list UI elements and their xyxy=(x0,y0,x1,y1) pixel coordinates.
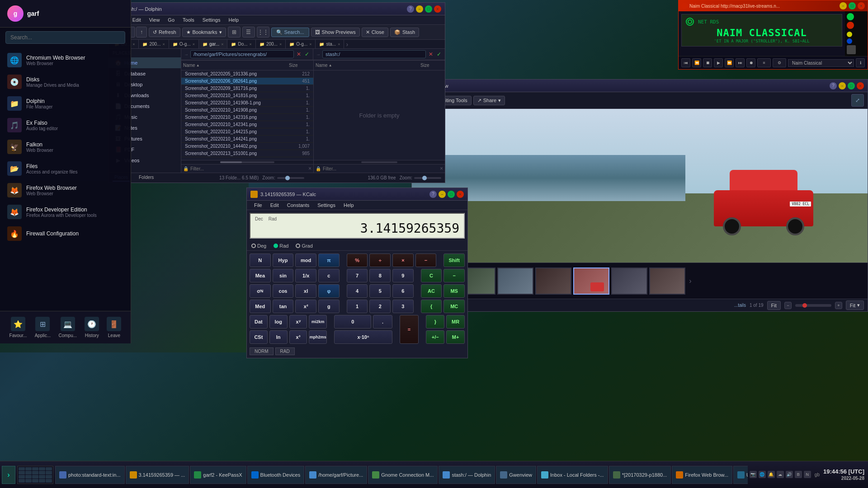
name-column-header-right[interactable]: Name ▲ xyxy=(316,63,420,68)
taskbar-item[interactable]: garf2 - KeePassX xyxy=(190,466,246,484)
btn-8[interactable]: 8 xyxy=(369,269,391,282)
stash-button[interactable]: 📦 Stash xyxy=(390,28,419,37)
table-row[interactable]: Screenshot_20220210_144402.png 1,007 xyxy=(181,143,313,150)
tabs-scroll-right[interactable]: › xyxy=(344,41,350,48)
calc-constants-menu[interactable]: Constants xyxy=(283,202,313,209)
btn-cos[interactable]: cos xyxy=(273,284,294,298)
size-column-header[interactable]: Size xyxy=(289,63,311,68)
tab-og1[interactable]: 📁 O-g... × xyxy=(169,40,199,48)
list-item[interactable]: 🦊 Firefox Developer Edition Firefox Auro… xyxy=(0,201,131,223)
thumbnail[interactable] xyxy=(611,267,647,295)
help-button[interactable]: ? xyxy=(407,5,414,13)
table-row[interactable]: Screenshot_20220210_144241.png 1. xyxy=(181,136,313,143)
btn-g[interactable]: g xyxy=(318,300,340,313)
tab-close-icon[interactable]: × xyxy=(250,42,252,47)
list-item[interactable]: 📁 Dolphin File Manager xyxy=(0,93,131,114)
search-button[interactable]: 🔍 Search... xyxy=(271,28,309,37)
btn-clear[interactable]: C xyxy=(421,269,442,282)
table-row[interactable]: Screenshot_20220210_141816.png 1. xyxy=(181,92,313,99)
btn-2[interactable]: 2 xyxy=(369,300,391,313)
taskbar-item[interactable]: 3.14159265359 — ... xyxy=(126,466,189,484)
tab-200-1[interactable]: 📁 200... × xyxy=(139,40,169,48)
confirm-address-right-icon[interactable]: ✓ xyxy=(436,50,442,58)
taskbar-item[interactable]: Inbox - Local Folders -... xyxy=(537,466,608,484)
thumbnail[interactable] xyxy=(535,267,571,295)
tab-og2[interactable]: 📁 O-g... × xyxy=(286,40,316,48)
btn-inv[interactable]: 1/x xyxy=(295,269,316,282)
zoom-in-button[interactable]: + xyxy=(835,302,842,309)
table-row[interactable]: Screenshot_20220210_144215.png 1. xyxy=(181,128,313,136)
table-row[interactable]: Screenshot_20220206_082641.png 451 xyxy=(181,78,313,85)
table-row[interactable]: Screenshot_20220210_142316.png 1. xyxy=(181,114,313,121)
btn-sigma[interactable]: σN xyxy=(250,284,271,298)
btn-xsq[interactable]: x² xyxy=(295,300,316,313)
btn-9[interactable]: 9 xyxy=(392,269,414,282)
favourites-button[interactable]: ⭐ Favour... xyxy=(9,317,27,338)
calc-settings-menu[interactable]: Settings xyxy=(314,202,339,209)
zoom-out-button[interactable]: − xyxy=(784,302,792,309)
btn-mr[interactable]: MR xyxy=(446,315,465,328)
bookmarks-button[interactable]: ★ Bookmarks ▾ xyxy=(182,28,226,37)
record-button[interactable]: ⏺ xyxy=(746,58,755,67)
grad-option[interactable]: Grad xyxy=(296,243,312,249)
tab-sta[interactable]: 📁 sta... × xyxy=(316,40,344,48)
station-select[interactable]: Naim Classical xyxy=(788,59,854,67)
btn-5[interactable]: 5 xyxy=(369,284,391,298)
btn-med[interactable]: Med xyxy=(250,300,271,313)
btn-6[interactable]: 6 xyxy=(392,284,414,298)
clear-filter-right-icon[interactable]: × xyxy=(440,165,443,172)
name-column-header[interactable]: Name ▲ xyxy=(183,63,288,68)
gwen-max-button[interactable]: □ xyxy=(848,82,855,89)
btn-mph2ms[interactable]: mph2ms xyxy=(309,330,327,344)
btn-pi[interactable]: π xyxy=(318,253,340,267)
tray-icon[interactable]: ☁ xyxy=(777,471,784,478)
confirm-address-icon[interactable]: ✓ xyxy=(304,50,310,58)
btn-hyp[interactable]: Hyp xyxy=(273,253,294,267)
image-details-button[interactable]: ...tails xyxy=(734,303,746,308)
tray-icon[interactable]: 🔔 xyxy=(768,471,775,478)
tab-close-icon[interactable]: × xyxy=(309,42,311,47)
table-row[interactable]: Screenshot_20220209_181716.png 1. xyxy=(181,85,313,92)
network-tray-icon[interactable]: N xyxy=(804,471,811,478)
kcalc-help-button[interactable]: ? xyxy=(429,191,437,198)
kcalc-min-button[interactable]: − xyxy=(439,191,446,198)
right-path[interactable]: stash:/ xyxy=(322,50,426,58)
table-row[interactable]: Screenshot_20220210_142341.png 1. xyxy=(181,121,313,128)
thumbnail-active[interactable] xyxy=(573,267,609,295)
zoom-slider-gwen[interactable] xyxy=(795,304,831,307)
tab-do2[interactable]: 📁 Do... × xyxy=(227,40,255,48)
right-filter-input[interactable] xyxy=(321,166,440,172)
computer-button[interactable]: 💻 Compu... xyxy=(58,317,77,338)
taskbar-item[interactable]: Firefox Web Brow... xyxy=(672,466,732,484)
media-minimize-button[interactable]: − xyxy=(840,2,847,9)
view-list-button[interactable]: ☰ xyxy=(242,27,255,38)
tab-close-icon[interactable]: × xyxy=(279,42,282,47)
up-button[interactable]: ↑ xyxy=(136,27,147,38)
clock[interactable]: 19:44:56 [UTC] 2022-05-28 xyxy=(823,468,864,482)
btn-ac[interactable]: AC xyxy=(421,284,442,298)
close-button[interactable]: × xyxy=(434,5,441,13)
prev-button[interactable]: ⏮ xyxy=(681,58,690,67)
list-item[interactable]: 🦊 Firefox Web Browser Web Browser xyxy=(0,179,131,201)
extra-ctrl-2[interactable]: ⚙ xyxy=(773,58,786,67)
filmstrip-scroll-right[interactable]: › xyxy=(687,277,693,285)
share-button[interactable]: ↗ Share ▾ xyxy=(473,96,505,105)
btn-dat[interactable]: Dat xyxy=(250,315,268,328)
btn-percent[interactable]: % xyxy=(347,253,368,267)
refresh-button[interactable]: ↺ Refresh xyxy=(149,28,180,37)
btn-0[interactable]: 0 xyxy=(334,315,371,328)
btn-mi2km[interactable]: mi2km xyxy=(309,315,327,328)
history-button[interactable]: 🕐 History xyxy=(85,317,99,338)
gwen-help-button[interactable]: ? xyxy=(830,82,837,89)
taskbar-item[interactable]: *[20170329-p1880... xyxy=(609,466,671,484)
thumbnail[interactable] xyxy=(497,267,533,295)
view-icons-button[interactable]: ⊞ xyxy=(228,27,241,38)
btn-mplus[interactable]: M+ xyxy=(446,330,465,344)
launcher-search-input[interactable] xyxy=(5,31,125,44)
taskbar-item[interactable]: Gnome Connection M... xyxy=(368,466,438,484)
help-menu[interactable]: Help xyxy=(225,16,242,23)
image-view[interactable]: V802 ECL xyxy=(412,109,868,263)
zoom-fit-button[interactable]: Fit xyxy=(767,301,781,310)
btn-multiply[interactable]: × xyxy=(392,253,414,267)
media-close-button[interactable]: × xyxy=(858,2,865,9)
